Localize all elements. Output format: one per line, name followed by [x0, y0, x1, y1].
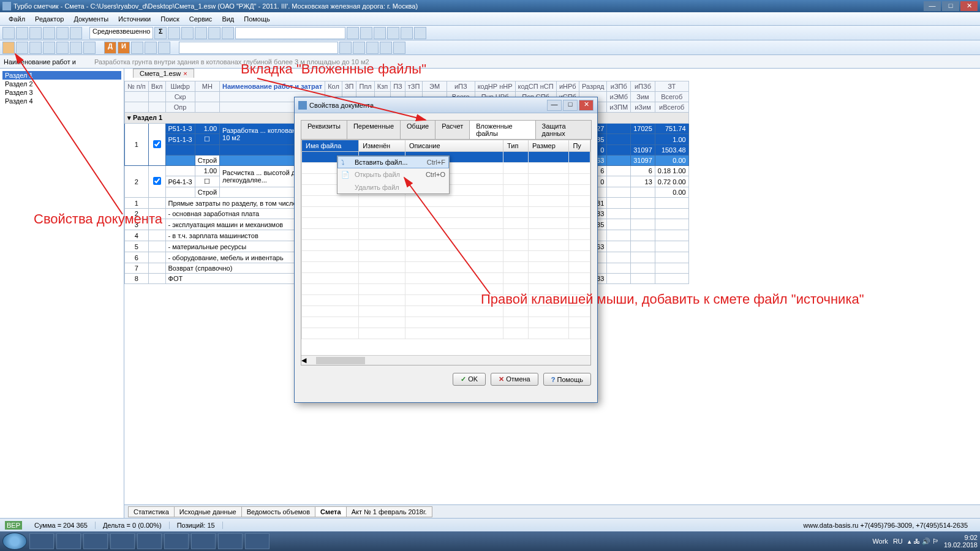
toolbar-icon[interactable]	[181, 27, 194, 39]
maximize-button[interactable]: □	[942, 1, 959, 11]
bottom-tab[interactable]: Смета	[315, 506, 347, 517]
toolbar-icon[interactable]	[387, 27, 399, 39]
dialog-tab[interactable]: Расчет	[435, 120, 470, 140]
menu-help[interactable]: Помощь	[239, 14, 275, 24]
bottom-tab[interactable]: Ведомость объемов	[241, 506, 315, 517]
toolbar-icon[interactable]	[380, 42, 392, 54]
toolbar-icon[interactable]	[401, 27, 413, 39]
col-description[interactable]: Описание	[405, 140, 503, 152]
toolbar-icon[interactable]	[208, 27, 221, 39]
menu-view[interactable]: Вид	[217, 14, 239, 24]
bottom-tab[interactable]: Акт № 1 февраль 2018г.	[346, 506, 432, 517]
toolbar-icon[interactable]	[2, 27, 15, 39]
tray-lang[interactable]: RU	[893, 538, 903, 545]
toolbar-icon[interactable]	[158, 42, 170, 54]
toolbar-icon[interactable]	[347, 27, 359, 39]
bottom-tab[interactable]: Статистика	[128, 506, 175, 517]
menu-delete-file[interactable]: Удалить файл	[337, 181, 449, 193]
list-row[interactable]	[302, 218, 590, 229]
list-row[interactable]	[302, 273, 590, 284]
toolbar-icon[interactable]	[43, 27, 55, 39]
combo[interactable]	[235, 27, 345, 39]
toolbar-icon[interactable]	[222, 27, 234, 39]
toolbar-icon[interactable]	[374, 27, 386, 39]
toolbar-icon[interactable]	[360, 27, 372, 39]
dialog-close[interactable]: ✕	[579, 100, 594, 111]
tree-node[interactable]: Раздел 2	[2, 80, 121, 88]
dialog-tab-attachments[interactable]: Вложенные файлы	[469, 120, 535, 140]
list-row[interactable]	[302, 295, 590, 306]
toolbar-icon[interactable]	[56, 27, 69, 39]
list-row[interactable]	[302, 306, 590, 317]
list-row[interactable]	[302, 328, 590, 339]
col-size[interactable]: Размер	[529, 140, 569, 152]
toolbar-icon[interactable]	[339, 42, 352, 54]
calc-mode-select[interactable]: Средневзвешенно	[89, 27, 153, 39]
list-row[interactable]	[302, 317, 590, 328]
i-icon[interactable]: И	[118, 42, 130, 54]
help-button[interactable]: Помощь	[543, 373, 591, 386]
taskbar-item[interactable]	[110, 533, 135, 549]
menu-file[interactable]: Файл	[4, 14, 30, 24]
toolbar-icon[interactable]	[195, 27, 207, 39]
toolbar-icon[interactable]	[131, 42, 143, 54]
toolbar-icon[interactable]	[43, 42, 55, 54]
col-path[interactable]: Пу	[569, 140, 590, 152]
dialog-tab[interactable]: Реквизиты	[301, 120, 347, 140]
toolbar-icon[interactable]	[83, 42, 96, 54]
minimize-button[interactable]: —	[924, 1, 941, 11]
toolbar-icon[interactable]	[70, 27, 82, 39]
col-type[interactable]: Тип	[503, 140, 529, 152]
taskbar-item[interactable]	[83, 533, 108, 549]
menu-service[interactable]: Сервис	[184, 14, 217, 24]
d-icon[interactable]: Д	[104, 42, 116, 54]
toolbar-icon[interactable]	[414, 27, 426, 39]
dialog-tab[interactable]: Общие	[400, 120, 435, 140]
bottom-tab[interactable]: Исходные данные	[174, 506, 242, 517]
list-row[interactable]	[302, 251, 590, 262]
tray-clock[interactable]: 9:0219.02.2018	[944, 534, 978, 549]
close-button[interactable]: ✕	[960, 1, 978, 11]
taskbar-item[interactable]	[245, 533, 270, 549]
toolbar-icon[interactable]	[56, 42, 69, 54]
tree-node[interactable]: Раздел 1	[2, 71, 121, 80]
dialog-tab[interactable]: Переменные	[347, 120, 401, 140]
combo[interactable]	[179, 42, 338, 54]
toolbar-icon[interactable]	[29, 42, 42, 54]
sum-icon[interactable]: Σ	[154, 27, 167, 39]
menu-insert-file[interactable]: ⤵ Вставить файл...Ctrl+F	[337, 156, 449, 168]
include-checkbox[interactable]	[153, 140, 161, 148]
list-row[interactable]	[302, 196, 590, 207]
toolbar-icon[interactable]	[393, 42, 405, 54]
menu-editor[interactable]: Редактор	[30, 14, 69, 24]
dialog-tab[interactable]: Защита данных	[535, 120, 592, 140]
taskbar-item[interactable]	[164, 533, 189, 549]
include-checkbox[interactable]	[153, 177, 161, 185]
toolbar-icon[interactable]	[168, 27, 180, 39]
tree-node[interactable]: Раздел 4	[2, 97, 121, 105]
toolbar-icon[interactable]	[70, 42, 82, 54]
start-button[interactable]	[2, 533, 27, 550]
menu-sources[interactable]: Источники	[113, 14, 156, 24]
cancel-button[interactable]: Отмена	[491, 373, 538, 386]
dialog-minimize[interactable]: —	[547, 100, 562, 111]
doc-tab[interactable]: Смета_1.esw×	[133, 69, 194, 78]
horizontal-scrollbar[interactable]: ◀	[301, 355, 590, 365]
ok-button[interactable]: OK	[453, 373, 486, 386]
col-modified[interactable]: Изменён	[359, 140, 405, 152]
toolbar-icon[interactable]	[29, 27, 42, 39]
list-row[interactable]	[302, 262, 590, 273]
toolbar-icon[interactable]	[2, 42, 15, 54]
menu-documents[interactable]: Документы	[69, 14, 113, 24]
list-row[interactable]	[302, 284, 590, 295]
taskbar-item[interactable]	[56, 533, 81, 549]
taskbar-item[interactable]	[29, 533, 54, 549]
toolbar-icon[interactable]	[145, 42, 157, 54]
list-row[interactable]	[302, 207, 590, 218]
menu-search[interactable]: Поиск	[156, 14, 184, 24]
toolbar-icon[interactable]	[16, 27, 28, 39]
list-row[interactable]	[302, 240, 590, 251]
col-filename[interactable]: Имя файла	[302, 140, 359, 152]
tree-node[interactable]: Раздел 3	[2, 88, 121, 97]
taskbar-item[interactable]	[137, 533, 162, 549]
